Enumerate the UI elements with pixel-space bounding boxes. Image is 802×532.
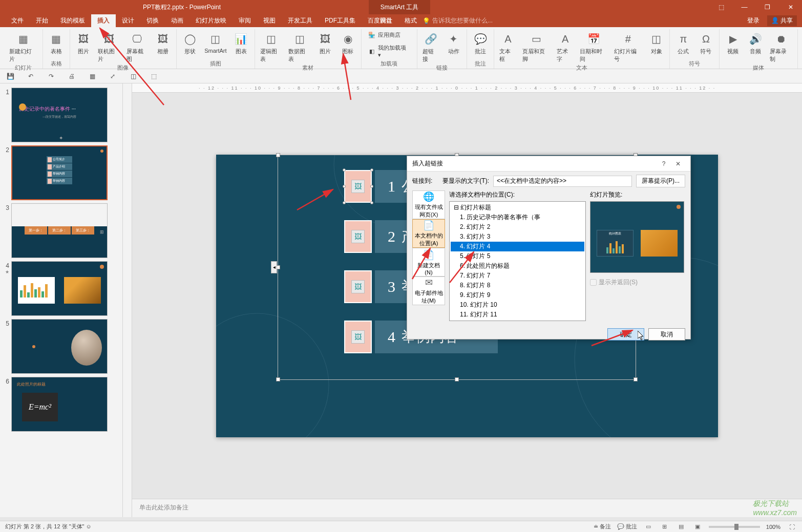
smartart-expand-handle[interactable]: ◂ <box>271 261 277 273</box>
dialog-titlebar[interactable]: 插入超链接 ? ✕ <box>407 156 690 172</box>
qat-btn-0[interactable]: 💾 <box>5 71 15 81</box>
tree-item[interactable]: 8. 幻灯片 8 <box>451 281 584 290</box>
tree-item[interactable]: 7. 幻灯片 7 <box>451 271 584 281</box>
minimize-button[interactable]: — <box>733 0 756 14</box>
status-comments[interactable]: 💬 批注 <box>617 523 637 530</box>
slide-thumbnail-5[interactable] <box>11 319 108 374</box>
ribbon-视频[interactable]: ▶视频 <box>723 29 743 64</box>
tree-item[interactable]: 2. 幻灯片 2 <box>451 222 584 232</box>
menu-transitions[interactable]: 切换 <box>140 14 165 27</box>
slide-thumbnail-2[interactable]: 公司简介产品介绍举例内容举例内容 <box>11 145 108 200</box>
image-placeholder[interactable]: 🖼 <box>344 220 372 253</box>
link-to-新建文档(N)[interactable]: 📄新建文档(N) <box>412 248 445 276</box>
qat-btn-1[interactable]: ↶ <box>26 71 36 81</box>
status-notes[interactable]: ≐ 备注 <box>594 523 611 530</box>
menu-home[interactable]: 开始 <box>30 14 54 27</box>
zoom-level[interactable]: 100% <box>766 524 780 530</box>
zoom-slider[interactable] <box>709 526 760 528</box>
ribbon-屏幕录制[interactable]: ⏺屏幕录制 <box>768 29 794 64</box>
ribbon-符号[interactable]: Ω符号 <box>695 29 716 60</box>
menu-templates[interactable]: 我的模板 <box>54 14 91 27</box>
qat-btn-7[interactable]: ⬚ <box>149 71 159 81</box>
ribbon-动作[interactable]: ✦动作 <box>444 29 464 64</box>
slide-location-tree[interactable]: ⊟ 幻灯片标题1. 历史记录中的著名事件（事2. 幻灯片 23. 幻灯片 34.… <box>449 201 586 321</box>
dialog-close-button[interactable]: ✕ <box>671 160 685 167</box>
ribbon-图片[interactable]: 🖼图片 <box>315 29 335 64</box>
ribbon-日期和时间[interactable]: 📅日期和时间 <box>578 29 610 64</box>
image-placeholder[interactable]: 🖼 <box>344 321 372 353</box>
notes-pane[interactable]: 单击此处添加备注 <box>132 499 802 517</box>
maximize-button[interactable]: ❐ <box>756 0 779 14</box>
ribbon-新建幻灯片[interactable]: ▦新建幻灯片 <box>7 29 39 64</box>
link-to-本文档中的位置(A)[interactable]: 📄本文档中的位置(A) <box>412 219 445 248</box>
qat-btn-5[interactable]: ⤢ <box>108 71 118 81</box>
ribbon-相册[interactable]: 🖼相册 <box>153 29 173 64</box>
tree-item[interactable]: 4. 幻灯片 4 <box>451 242 584 251</box>
normal-view-button[interactable]: ▭ <box>643 523 653 531</box>
dialog-help-button[interactable]: ? <box>657 160 671 167</box>
ribbon-图片[interactable]: 🖼图片 <box>73 29 94 64</box>
qat-btn-3[interactable]: 🖨 <box>67 71 77 81</box>
ribbon-对象[interactable]: ◫对象 <box>646 29 667 64</box>
tell-me[interactable]: 💡告诉我您想要做什么... <box>423 16 493 25</box>
ribbon-options-button[interactable]: ⬚ <box>710 0 733 14</box>
menu-developer[interactable]: 开发工具 <box>282 14 319 27</box>
qat-btn-6[interactable]: ◫ <box>128 71 138 81</box>
close-button[interactable]: ✕ <box>779 0 802 14</box>
menu-file[interactable]: 文件 <box>5 14 30 27</box>
ribbon-公式[interactable]: π公式 <box>673 29 693 60</box>
ribbon-音频[interactable]: 🔊音频 <box>745 29 766 64</box>
menu-slideshow[interactable]: 幻灯片放映 <box>189 14 233 27</box>
slide-thumbnail-4[interactable] <box>11 261 108 316</box>
qat-btn-4[interactable]: ▦ <box>87 71 97 81</box>
menu-pdf[interactable]: PDF工具集 <box>319 14 362 27</box>
show-and-return-checkbox[interactable]: 显示并返回(S) <box>590 278 685 287</box>
display-text-input[interactable] <box>493 176 632 187</box>
link-to-现有文件或网页(X)[interactable]: 🌐现有文件或网页(X) <box>412 190 445 219</box>
tree-item[interactable]: 1. 历史记录中的著名事件（事 <box>451 212 584 222</box>
image-placeholder[interactable]: 🖼 <box>344 170 372 203</box>
ribbon-SmartArt[interactable]: ◫SmartArt <box>202 29 228 60</box>
ribbon-幻灯片编号[interactable]: #幻灯片编号 <box>612 29 644 64</box>
image-placeholder[interactable]: 🖼 <box>344 270 372 303</box>
qat-btn-2[interactable]: ↷ <box>46 71 56 81</box>
tree-item[interactable]: 9. 幻灯片 9 <box>451 290 584 300</box>
ribbon-艺术字[interactable]: A艺术字 <box>555 29 576 64</box>
menu-tool-design[interactable]: 设计 <box>374 14 398 27</box>
slide-thumbnail-3[interactable]: 第一步：第二步：第三步：⊞ <box>11 203 108 258</box>
ribbon-图表[interactable]: 📊图表 <box>231 29 251 60</box>
ribbon-应用商店[interactable]: 🏪应用商店 <box>365 30 414 40</box>
login-link[interactable]: 登录 <box>747 16 759 25</box>
slide-thumbnail-6[interactable]: 此处照片的标题E=mc² <box>11 377 108 432</box>
tree-item[interactable]: 5. 幻灯片 5 <box>451 251 584 261</box>
ribbon-图标[interactable]: ◉图标 <box>337 29 358 64</box>
ribbon-页眉和页脚[interactable]: ▭页眉和页脚 <box>520 29 553 64</box>
screen-tip-button[interactable]: 屏幕提示(P)... <box>636 175 685 187</box>
tree-item[interactable]: 6. 此处照片的标题 <box>451 261 584 271</box>
tree-item[interactable]: ⊟ 幻灯片标题 <box>451 203 584 212</box>
ribbon-批注[interactable]: 💬批注 <box>470 29 491 60</box>
menu-review[interactable]: 审阅 <box>233 14 257 27</box>
ribbon-我的加载项 ▾[interactable]: ◧我的加载项 ▾ <box>365 43 414 59</box>
ribbon-数据图表[interactable]: ◫数据图表 <box>286 29 313 64</box>
menu-animations[interactable]: 动画 <box>165 14 189 27</box>
ribbon-表格[interactable]: ▦表格 <box>46 29 67 60</box>
ribbon-超链接[interactable]: 🔗超链接 <box>420 29 441 64</box>
slide-thumbnail-1[interactable]: 历史记录中的著名事件 ···—段文字描述，填写内容✦ <box>11 88 108 142</box>
tree-item[interactable]: 11. 幻灯片 11 <box>451 310 584 320</box>
cancel-button[interactable]: 取消 <box>648 328 685 341</box>
ribbon-逻辑图表[interactable]: ◫逻辑图表 <box>258 29 285 64</box>
share-button[interactable]: 👤 共享 <box>767 15 797 26</box>
link-to-电子邮件地址(M)[interactable]: ✉电子邮件地址(M) <box>412 276 445 305</box>
menu-design[interactable]: 设计 <box>116 14 140 27</box>
tree-item[interactable]: 3. 幻灯片 3 <box>451 232 584 242</box>
slide-thumbnail-panel[interactable]: 1历史记录中的著名事件 ···—段文字描述，填写内容✦2公司简介产品介绍举例内容… <box>0 83 123 517</box>
reading-view-button[interactable]: ▤ <box>676 523 686 531</box>
ribbon-文本框[interactable]: A文本框 <box>497 29 518 64</box>
fit-to-window-button[interactable]: ⛶ <box>787 523 797 531</box>
ribbon-形状[interactable]: ◯形状 <box>180 29 200 60</box>
ribbon-联机图片[interactable]: 🖼联机图片 <box>96 29 122 64</box>
sorter-view-button[interactable]: ⊞ <box>660 523 670 531</box>
tree-item[interactable]: 10. 幻灯片 10 <box>451 300 584 310</box>
menu-insert[interactable]: 插入 <box>91 14 116 27</box>
